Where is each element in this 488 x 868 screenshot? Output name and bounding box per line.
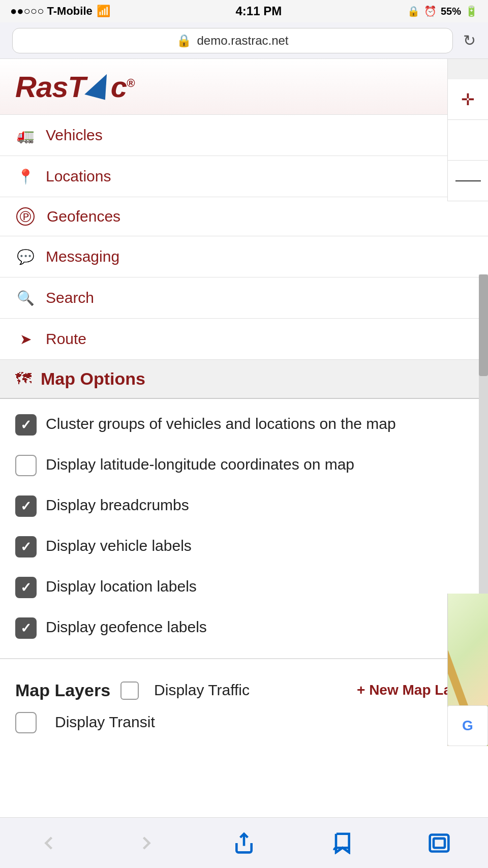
svg-rect-2 xyxy=(434,838,445,847)
display-transit-row: Display Transit xyxy=(15,711,473,733)
checkbox-lat-lng-label: Display latitude-longitude coordinates o… xyxy=(46,454,354,475)
status-right: 🔒 ⏰ 55% 🔋 xyxy=(407,5,478,17)
nav-item-search[interactable]: 🔍 Search xyxy=(0,277,488,319)
checkbox-cluster-label: Cluster groups of vehicles and locations… xyxy=(46,413,396,435)
checkbox-cluster[interactable] xyxy=(15,414,37,436)
checkbox-item-lat-lng: Display latitude-longitude coordinates o… xyxy=(15,445,473,485)
bottom-nav xyxy=(0,817,488,868)
checkbox-geofence-labels-label: Display geofence labels xyxy=(46,616,207,638)
battery-icon: 🔋 xyxy=(465,5,478,17)
search-icon: 🔍 xyxy=(15,288,36,308)
share-icon xyxy=(233,832,255,854)
nav-item-vehicles[interactable]: 🚛 Vehicles xyxy=(0,115,488,156)
geofences-icon: ℗ xyxy=(16,207,35,226)
share-button[interactable] xyxy=(233,832,255,854)
google-button[interactable]: G xyxy=(447,705,488,746)
checkbox-transit[interactable] xyxy=(15,712,37,733)
url-text: demo.rastrac.net xyxy=(197,34,288,48)
lock-icon: 🔒 xyxy=(407,5,420,17)
display-traffic-group: Display Traffic xyxy=(120,679,250,701)
route-icon: ➤ xyxy=(15,329,36,349)
nav-item-geofences[interactable]: ℗ Geofences xyxy=(0,197,488,236)
lock-icon: 🔒 xyxy=(176,34,192,48)
checkbox-location-labels[interactable] xyxy=(15,577,37,598)
url-field[interactable]: 🔒 demo.rastrac.net xyxy=(12,28,453,53)
checkbox-item-breadcrumbs: Display breadcrumbs xyxy=(15,485,473,526)
nav-item-route[interactable]: ➤ Route xyxy=(0,319,488,360)
checkbox-traffic[interactable] xyxy=(120,681,139,700)
alarm-icon: ⏰ xyxy=(424,5,437,17)
map-options-header: 🗺 Map Options xyxy=(0,360,488,399)
status-bar: ●●○○○ T-Mobile 📶 4:11 PM 🔒 ⏰ 55% 🔋 xyxy=(0,0,488,22)
nav-item-locations[interactable]: 📍 Locations xyxy=(0,156,488,197)
sidebar-spacer xyxy=(448,120,489,161)
geofences-label: Geofences xyxy=(47,208,120,225)
checkbox-item-geofence-labels: Display geofence labels xyxy=(15,607,473,648)
checkbox-item-location-labels: Display location labels xyxy=(15,567,473,607)
sidebar-divider xyxy=(448,161,489,201)
checkbox-vehicle-labels-label: Display vehicle labels xyxy=(46,535,192,556)
map-layers-title: Map Layers xyxy=(15,680,110,700)
vehicles-icon: 🚛 xyxy=(15,125,36,145)
bookmarks-icon xyxy=(330,832,353,854)
right-sidebar: ✛ xyxy=(447,79,488,201)
back-icon xyxy=(38,832,60,854)
locations-label: Locations xyxy=(46,168,111,185)
checkbox-breadcrumbs-label: Display breadcrumbs xyxy=(46,494,189,516)
map-layers-section: Map Layers Display Traffic + New Map Lay… xyxy=(0,669,488,743)
google-icon: G xyxy=(462,718,473,734)
address-bar: 🔒 demo.rastrac.net ↻ xyxy=(0,22,488,59)
scroll-thumb[interactable] xyxy=(479,274,488,376)
tabs-icon xyxy=(428,832,450,854)
logo-arrow-icon xyxy=(84,70,112,100)
vehicles-label: Vehicles xyxy=(46,127,103,144)
logo-area: RasT c® ● xyxy=(0,59,488,115)
section-divider xyxy=(0,658,488,659)
messaging-icon: 💬 xyxy=(15,246,36,267)
reload-button[interactable]: ↻ xyxy=(463,32,476,49)
bookmarks-button[interactable] xyxy=(330,832,353,854)
checkbox-vehicle-labels[interactable] xyxy=(15,536,37,557)
locations-icon: 📍 xyxy=(15,166,36,187)
search-label: Search xyxy=(46,289,94,306)
status-time: 4:11 PM xyxy=(236,4,282,18)
battery-level: 55% xyxy=(441,6,461,17)
wifi-icon: 📶 xyxy=(97,5,110,18)
carrier-signal: ●●○○○ T-Mobile xyxy=(10,5,93,18)
checkbox-location-labels-label: Display location labels xyxy=(46,576,197,597)
route-label: Route xyxy=(46,330,86,348)
display-traffic-label: Display Traffic xyxy=(154,679,250,701)
checkbox-item-cluster: Cluster groups of vehicles and locations… xyxy=(15,404,473,445)
sidebar-crosshair-button[interactable]: ✛ xyxy=(448,79,489,120)
logo-ras: RasT xyxy=(15,70,85,104)
checkbox-item-vehicle-labels: Display vehicle labels xyxy=(15,526,473,567)
logo-ac: c® xyxy=(111,70,134,104)
map-options-title: Map Options xyxy=(41,369,145,389)
forward-icon xyxy=(135,832,158,854)
map-options-icon: 🗺 xyxy=(15,369,32,388)
logo-registered: ® xyxy=(127,77,134,89)
nav-item-messaging[interactable]: 💬 Messaging xyxy=(0,236,488,277)
status-left: ●●○○○ T-Mobile 📶 xyxy=(10,5,110,18)
map-options-checkboxes: Cluster groups of vehicles and locations… xyxy=(0,399,488,648)
checkbox-geofence-labels[interactable] xyxy=(15,617,37,639)
display-transit-label: Display Transit xyxy=(55,711,155,733)
checkbox-lat-lng[interactable] xyxy=(15,455,37,476)
rastrac-logo: RasT c® xyxy=(15,70,134,104)
forward-button[interactable] xyxy=(135,832,158,854)
back-button[interactable] xyxy=(38,832,60,854)
messaging-label: Messaging xyxy=(46,248,119,265)
map-layers-header: Map Layers Display Traffic + New Map Lay… xyxy=(15,679,473,701)
nav-menu: 🚛 Vehicles 📍 Locations ℗ Geofences 💬 Mes… xyxy=(0,115,488,360)
checkbox-breadcrumbs[interactable] xyxy=(15,495,37,517)
tabs-button[interactable] xyxy=(428,832,450,854)
